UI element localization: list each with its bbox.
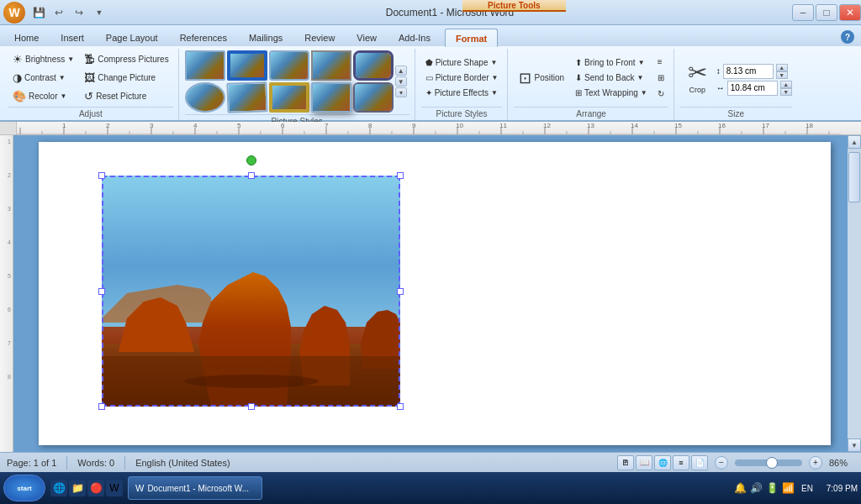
start-button[interactable]: start [3,475,45,501]
crop-btn[interactable]: ✂ Crop [680,57,715,98]
help-icon[interactable]: ? [841,30,854,44]
tab-mailings[interactable]: Mailings [238,28,293,46]
picture-border-btn[interactable]: ▭ Picture Border ▼ [421,71,503,85]
contrast-btn[interactable]: ◑ Contrast ▼ [8,69,78,87]
tab-home[interactable]: Home [3,28,50,46]
handle-bottom-left[interactable] [98,403,105,410]
chrome-icon[interactable]: 🔴 [87,480,104,496]
tab-insert[interactable]: Insert [50,28,95,46]
maximize-btn[interactable]: □ [816,4,837,21]
pic-style-6[interactable] [185,82,225,113]
handle-bottom-center[interactable] [248,403,255,410]
undo-quick-btn[interactable]: ↩ [50,4,67,21]
group-btn[interactable]: ⊞ [653,71,668,85]
minimize-btn[interactable]: – [792,4,814,21]
pic-style-4[interactable] [311,50,351,81]
send-back-icon: ⬇ [575,73,582,82]
svg-text:3: 3 [150,122,154,129]
page-status: Page: 1 of 1 [7,458,56,468]
zoom-thumb[interactable] [766,457,778,469]
text-wrap-icon: ⊞ [575,88,582,97]
tab-page-layout[interactable]: Page Layout [95,28,169,46]
pic-style-2[interactable] [227,50,267,81]
align-btn[interactable]: ≡ [653,55,668,69]
width-up[interactable]: ▲ [780,81,792,88]
web-view-btn[interactable]: 🌐 [654,455,671,470]
full-read-btn[interactable]: 📖 [636,455,652,470]
office-button[interactable]: W [3,2,25,24]
tray-icon-4[interactable]: 📶 [782,482,795,494]
scroll-more[interactable]: ▾ [395,87,407,97]
send-back-btn[interactable]: ⬇ Send to Back ▼ [571,71,652,85]
language-indicator[interactable]: EN [801,484,813,493]
ie-icon[interactable]: 🌐 [50,480,67,496]
folder-icon[interactable]: 📁 [69,480,86,496]
system-tray: 🔔 🔊 🔋 📶 EN 7:09 PM [734,482,858,494]
arrange-label: Arrange [514,107,668,120]
pic-style-5[interactable] [353,50,394,81]
height-input[interactable]: 8.13 cm [723,64,774,79]
print-view-btn[interactable]: 🖹 [617,455,634,470]
pic-style-3[interactable] [269,50,309,81]
scroll-down[interactable]: ▼ [395,76,407,87]
picture-effects-btn[interactable]: ✦ Picture Effects ▼ [421,86,503,100]
word-taskbar-btn[interactable]: W Document1 - Microsoft W... [128,476,262,500]
handle-bottom-right[interactable] [397,403,404,410]
draft-btn[interactable]: 📄 [691,455,708,470]
pic-style-1[interactable] [185,50,225,81]
bring-front-btn[interactable]: ⬆ Bring to Front ▼ [571,55,652,70]
reset-picture-btn[interactable]: ↺ Reset Picture [80,87,172,105]
tray-icon-3[interactable]: 🔋 [766,482,779,494]
recolor-btn[interactable]: 🎨 Recolor ▼ [8,87,78,105]
pic-style-9[interactable] [311,82,351,113]
zoom-out-btn[interactable]: − [715,456,728,470]
tab-add-ins[interactable]: Add-Ins [388,28,441,46]
pic-style-10[interactable] [353,82,394,113]
tab-view[interactable]: View [346,28,388,46]
height-down[interactable]: ▼ [776,71,788,79]
tab-format[interactable]: Format [445,29,498,47]
handle-top-left[interactable] [98,172,105,179]
status-divider-2 [124,456,125,470]
close-btn[interactable]: ✕ [839,4,861,21]
tab-review[interactable]: Review [293,28,346,46]
scroll-up[interactable]: ▲ [395,66,407,76]
scroll-down-arrow[interactable]: ▼ [848,438,861,452]
svg-text:12: 12 [543,122,551,129]
width-input[interactable]: 10.84 cm [727,81,778,96]
tray-icon-2[interactable]: 🔊 [750,482,763,494]
handle-top-center[interactable] [248,172,255,179]
redo-quick-btn[interactable]: ↪ [71,4,87,21]
handle-top-right[interactable] [397,172,404,179]
height-up[interactable]: ▲ [776,64,788,71]
text-wrapping-btn[interactable]: ⊞ Text Wrapping ▼ [571,86,652,100]
ruler-v-6: 6 [8,307,13,340]
word-icon[interactable]: W [106,480,123,496]
svg-rect-0 [17,122,841,134]
dropdown-quick-btn[interactable]: ▼ [91,4,108,21]
scroll-up-arrow[interactable]: ▲ [848,135,861,149]
handle-middle-right[interactable] [397,288,404,295]
svg-text:16: 16 [718,122,726,129]
rotate-btn[interactable]: ↻ [653,87,668,101]
tab-references[interactable]: References [169,28,238,46]
selected-image[interactable] [102,176,400,407]
document-area[interactable] [13,135,848,452]
zoom-slider[interactable] [735,459,802,466]
rotate-handle[interactable] [246,155,256,165]
effects-icon: ✦ [425,88,432,97]
change-picture-btn[interactable]: 🖼 Change Picture [80,69,172,87]
scroll-thumb[interactable] [848,152,860,202]
tray-icon-1[interactable]: 🔔 [734,482,747,494]
pic-style-7[interactable] [226,81,267,113]
zoom-in-btn[interactable]: + [809,456,822,470]
outline-btn[interactable]: ≡ [673,455,689,470]
picture-shape-btn[interactable]: ⬟ Picture Shape ▼ [421,55,503,70]
save-quick-btn[interactable]: 💾 [30,4,47,21]
brightness-btn[interactable]: ☀ Brightness ▼ [8,50,78,68]
width-down[interactable]: ▼ [780,88,792,96]
pic-style-8[interactable] [269,82,309,113]
handle-middle-left[interactable] [98,288,105,295]
compress-btn[interactable]: 🗜 Compress Pictures [80,50,172,68]
position-btn[interactable]: ⊡ Position [514,66,569,91]
